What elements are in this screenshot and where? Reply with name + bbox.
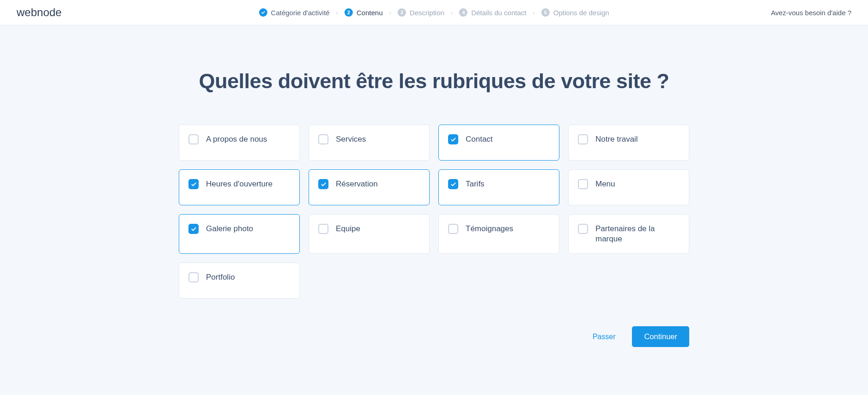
checkbox-checked-icon[interactable]	[448, 179, 458, 189]
option-label: Partenaires de la marque	[595, 224, 680, 244]
option-card[interactable]: Contact	[438, 125, 559, 161]
option-card[interactable]: A propos de nous	[179, 125, 300, 161]
checkbox-checked-icon[interactable]	[188, 179, 199, 189]
actions: Passer Continuer	[179, 326, 689, 347]
option-label: Tarifs	[466, 179, 485, 189]
chevron-right-icon: ›	[533, 9, 534, 16]
chevron-right-icon: ›	[336, 9, 338, 16]
option-card[interactable]: Tarifs	[438, 169, 559, 205]
stepper: Catégorie d'activité › 2 Contenu › 3 Des…	[259, 8, 609, 17]
option-label: Equipe	[336, 224, 360, 234]
option-label: Menu	[595, 179, 615, 189]
checkbox-checked-icon[interactable]	[188, 224, 199, 234]
header: webnode Catégorie d'activité › 2 Contenu…	[0, 0, 868, 25]
step-label: Détails du contact	[471, 9, 526, 17]
check-icon	[259, 8, 267, 17]
option-card[interactable]: Témoignages	[438, 214, 559, 254]
option-card[interactable]: Portfolio	[179, 263, 300, 299]
checkbox-unchecked-icon[interactable]	[188, 134, 199, 144]
chevron-right-icon: ›	[389, 9, 391, 16]
option-card[interactable]: Notre travail	[568, 125, 689, 161]
option-label: Galerie photo	[206, 224, 253, 234]
checkbox-unchecked-icon[interactable]	[318, 224, 328, 234]
option-label: Témoignages	[466, 224, 513, 234]
chevron-right-icon: ›	[451, 9, 453, 16]
checkbox-unchecked-icon[interactable]	[578, 224, 588, 234]
option-label: Contact	[466, 134, 493, 144]
option-label: Notre travail	[595, 134, 638, 144]
option-card[interactable]: Heures d'ouverture	[179, 169, 300, 205]
step-design-options[interactable]: 5 Options de design	[541, 8, 609, 17]
step-content[interactable]: 2 Contenu	[345, 8, 383, 17]
option-card[interactable]: Services	[309, 125, 430, 161]
option-label: Portfolio	[206, 272, 235, 282]
step-label: Description	[410, 9, 444, 17]
step-label: Options de design	[553, 9, 609, 17]
checkbox-unchecked-icon[interactable]	[578, 179, 588, 189]
options-grid: A propos de nousServicesContactNotre tra…	[179, 125, 689, 299]
checkbox-checked-icon[interactable]	[318, 179, 328, 189]
continue-button[interactable]: Continuer	[632, 326, 689, 347]
option-card[interactable]: Réservation	[309, 169, 430, 205]
skip-button[interactable]: Passer	[593, 333, 616, 341]
step-number-icon: 4	[459, 8, 467, 17]
checkbox-unchecked-icon[interactable]	[448, 224, 458, 234]
checkbox-unchecked-icon[interactable]	[578, 134, 588, 144]
page-title: Quelles doivent être les rubriques de vo…	[199, 69, 669, 93]
option-card[interactable]: Equipe	[309, 214, 430, 254]
option-label: A propos de nous	[206, 134, 267, 144]
step-number-icon: 5	[541, 8, 550, 17]
checkbox-unchecked-icon[interactable]	[318, 134, 328, 144]
brand-logo: webnode	[17, 6, 61, 19]
option-card[interactable]: Galerie photo	[179, 214, 300, 254]
step-label: Catégorie d'activité	[271, 9, 329, 17]
step-contact-details[interactable]: 4 Détails du contact	[459, 8, 526, 17]
option-label: Services	[336, 134, 366, 144]
step-description[interactable]: 3 Description	[398, 8, 444, 17]
option-card[interactable]: Menu	[568, 169, 689, 205]
checkbox-checked-icon[interactable]	[448, 134, 458, 144]
main: Quelles doivent être les rubriques de vo…	[0, 25, 868, 347]
step-category[interactable]: Catégorie d'activité	[259, 8, 329, 17]
step-label: Contenu	[357, 9, 383, 17]
step-number-icon: 3	[398, 8, 406, 17]
option-card[interactable]: Partenaires de la marque	[568, 214, 689, 254]
help-link[interactable]: Avez-vous besoin d'aide ?	[771, 9, 851, 17]
checkbox-unchecked-icon[interactable]	[188, 272, 199, 282]
option-label: Heures d'ouverture	[206, 179, 273, 189]
step-number-icon: 2	[345, 8, 353, 17]
option-label: Réservation	[336, 179, 378, 189]
